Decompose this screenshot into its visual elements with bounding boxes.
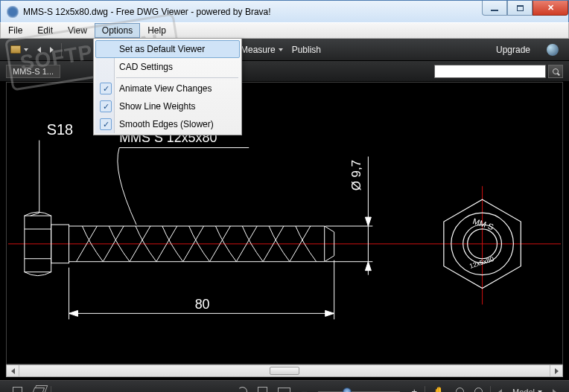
menu-item-set-default-viewer[interactable]: Set as Default Viewer <box>95 40 240 58</box>
menu-item-cad-settings[interactable]: CAD Settings <box>95 58 240 76</box>
first-page-button[interactable] <box>493 381 507 392</box>
pan-button[interactable]: ✋ <box>427 381 451 392</box>
rotate-button[interactable] <box>232 381 252 392</box>
magnifier-plus-icon <box>474 388 483 392</box>
fit-width-button[interactable] <box>273 381 296 392</box>
scroll-thumb[interactable] <box>270 367 299 375</box>
options-dropdown: Set as Default Viewer CAD Settings ✓ Ani… <box>93 38 242 135</box>
globe-button[interactable] <box>542 39 563 60</box>
next-button[interactable] <box>45 39 58 60</box>
arrow-left-icon <box>37 47 41 53</box>
svg-text:12x5x80: 12x5x80 <box>468 255 495 270</box>
model-dropdown[interactable]: Model <box>507 381 547 392</box>
menubar: File Edit View Options Help <box>0 22 569 39</box>
fit-page-button[interactable] <box>252 381 273 392</box>
menu-item-smooth-edges[interactable]: ✓ Smooth Edges (Slower) <box>95 115 240 133</box>
zoom-region-button[interactable] <box>451 381 469 392</box>
svg-marker-29 <box>365 262 371 271</box>
page-icon <box>258 387 267 392</box>
horizontal-scrollbar[interactable] <box>6 364 563 377</box>
view-single-button[interactable] <box>7 381 28 392</box>
window-controls: ✕ <box>482 1 568 16</box>
app-icon <box>7 6 19 18</box>
layers-icon <box>31 388 45 393</box>
menu-help[interactable]: Help <box>140 23 174 38</box>
window-title: MMS-S 12x5x80.dwg - Free DWG Viewer - po… <box>23 7 271 17</box>
menu-item-label: Animate View Changes <box>119 83 212 94</box>
menu-item-label: Show Line Weights <box>119 101 196 112</box>
svg-marker-22 <box>69 310 78 316</box>
upgrade-button[interactable]: Upgrade <box>492 39 535 60</box>
check-icon: ✓ <box>100 100 112 112</box>
publish-label: Publish <box>292 45 321 55</box>
page-wide-icon <box>278 388 290 392</box>
menu-item-label: Smooth Edges (Slower) <box>119 119 214 129</box>
scroll-left-button[interactable] <box>7 365 19 376</box>
menu-item-label: CAD Settings <box>119 62 173 72</box>
globe-icon <box>547 44 559 56</box>
menu-edit[interactable]: Edit <box>30 23 60 38</box>
magnifier-button[interactable] <box>469 381 488 392</box>
hand-icon: ✋ <box>433 386 445 393</box>
page-icon <box>13 387 22 392</box>
measure-menu[interactable]: Measure <box>236 39 287 60</box>
main-toolbar: Measure Publish Upgrade <box>0 39 569 61</box>
menu-item-show-line-weights[interactable]: ✓ Show Line Weights <box>95 97 240 115</box>
prev-button[interactable] <box>33 39 45 60</box>
slider-knob[interactable] <box>343 388 352 393</box>
drawing-canvas[interactable]: MM S 12x5x80 S18 MMS S 12x5x80 80 Ø 9,7 <box>6 82 563 364</box>
status-toolbar: − + ✋ Model <box>0 380 569 392</box>
folder-icon <box>10 45 21 54</box>
check-icon: ✓ <box>100 83 112 94</box>
search-input[interactable] <box>434 65 546 78</box>
model-label: Model <box>512 388 535 393</box>
menu-view[interactable]: View <box>60 23 95 38</box>
arrow-right-icon <box>555 368 559 374</box>
first-icon <box>498 389 502 393</box>
zoom-in-button[interactable]: + <box>406 381 422 392</box>
svg-text:S18: S18 <box>47 121 73 138</box>
minimize-button[interactable] <box>482 1 507 16</box>
menu-file[interactable]: File <box>1 23 30 38</box>
plus-icon: + <box>411 386 417 392</box>
maximize-button[interactable] <box>507 1 533 16</box>
open-button[interactable] <box>6 39 33 60</box>
search-icon <box>553 68 559 74</box>
magnifier-icon <box>456 388 464 392</box>
last-icon <box>553 389 556 393</box>
measure-label: Measure <box>241 45 276 55</box>
svg-text:Ø 9,7: Ø 9,7 <box>349 160 363 190</box>
arrow-left-icon <box>11 368 15 374</box>
last-page-button[interactable] <box>547 381 562 392</box>
menu-item-label: Set as Default Viewer <box>119 44 205 54</box>
publish-button[interactable]: Publish <box>287 39 325 60</box>
menu-item-animate-view-changes[interactable]: ✓ Animate View Changes <box>95 80 240 97</box>
view-layers-button[interactable] <box>28 381 48 392</box>
close-button[interactable]: ✕ <box>533 1 568 16</box>
rotate-icon <box>238 387 247 392</box>
scroll-right-button[interactable] <box>550 365 562 376</box>
document-bar: MMS-S 1... <box>0 61 569 82</box>
menu-options[interactable]: Options <box>95 23 140 38</box>
zoom-out-button[interactable]: − <box>296 381 312 392</box>
minus-icon: − <box>301 386 307 393</box>
arrow-right-icon <box>50 47 54 53</box>
file-tab[interactable]: MMS-S 1... <box>6 65 60 78</box>
svg-marker-28 <box>365 217 371 226</box>
search-button[interactable] <box>548 65 563 78</box>
svg-marker-23 <box>325 310 334 316</box>
check-icon: ✓ <box>100 118 112 130</box>
upgrade-label: Upgrade <box>496 45 530 55</box>
menu-separator <box>116 77 238 78</box>
svg-text:80: 80 <box>195 297 210 312</box>
svg-line-16 <box>31 213 39 216</box>
window-titlebar: MMS-S 12x5x80.dwg - Free DWG Viewer - po… <box>0 0 569 22</box>
